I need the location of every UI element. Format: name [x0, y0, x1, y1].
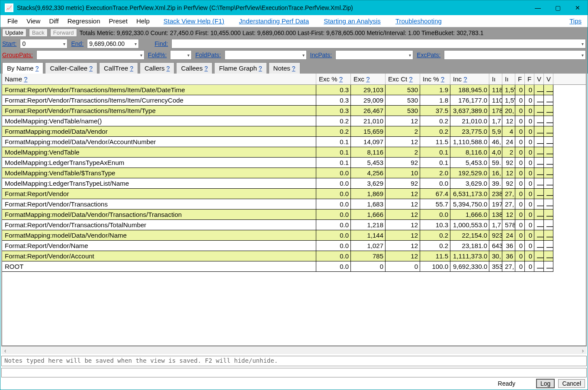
cell-incp: 0.1	[420, 158, 450, 168]
cell-incp: 2.0	[420, 168, 450, 178]
excpats-input[interactable]: ▾	[444, 50, 586, 60]
menu-file[interactable]: File	[3, 16, 22, 26]
link-stack-view-help[interactable]: Stack View Help (F1)	[160, 16, 228, 26]
close-button[interactable]: ✕	[568, 0, 588, 15]
minimize-button[interactable]: —	[528, 0, 548, 15]
menu-diff[interactable]: Diff	[45, 16, 63, 26]
grouppats-label[interactable]: GroupPats:	[2, 52, 33, 58]
cell-name: FormatMapping:model/Data/Vendor/Transact…	[2, 210, 316, 220]
tab-notes[interactable]: Notes?	[269, 62, 300, 74]
start-input[interactable]: 0▾	[20, 39, 67, 48]
cell-inc: 188,945.0	[450, 85, 489, 95]
table-row[interactable]: Format:Report/Vendor/Transactions/Items/…	[2, 85, 586, 95]
grouppats-input[interactable]: ▾	[36, 50, 145, 60]
col-inc[interactable]: Inc ?	[450, 74, 489, 84]
table-row[interactable]: ROOT0.000100.09,692,330.035327,00	[2, 261, 586, 272]
col-extra-2[interactable]: Iı	[502, 74, 515, 84]
col-inc-pct[interactable]: Inc % ?	[420, 74, 450, 84]
find-label[interactable]: Find:	[154, 40, 168, 47]
cell-incp: 10.3	[420, 220, 450, 230]
incpats-label[interactable]: IncPats:	[310, 52, 332, 58]
foldpats-input[interactable]: ▾	[225, 50, 307, 60]
table-row[interactable]: Format:Report/Vendor0.01,8691267.46,531,…	[2, 189, 586, 199]
col-extra-5[interactable]: V	[534, 74, 544, 84]
cell-inc: 192,529.0	[450, 168, 489, 178]
command-textbox[interactable]	[1, 368, 587, 377]
col-name[interactable]: Name ?	[2, 74, 316, 84]
cell-incp: 0.2	[420, 116, 450, 126]
menu-preset[interactable]: Preset	[105, 16, 132, 26]
table-row[interactable]: Format:Report/Vendor/Transactions0.01,68…	[2, 199, 586, 210]
cell-c2: 4	[502, 126, 515, 137]
tab-by-name[interactable]: By Name?	[2, 62, 43, 74]
horizontal-scrollbar[interactable]: ‹ ›	[1, 346, 587, 354]
table-row[interactable]: Format:Report/Vendor/Account0.07851211.5…	[2, 251, 586, 261]
col-extra-4[interactable]: F	[525, 74, 534, 84]
table-row[interactable]: FormatMapping:model/Data/Vendor/AccountN…	[2, 137, 586, 147]
table-row[interactable]: FormatMapping:model/Data/Vendor/Name0.01…	[2, 230, 586, 241]
back-button[interactable]: Back	[29, 29, 48, 37]
table-row[interactable]: Format:Report/Vendor/Transactions/TotalN…	[2, 220, 586, 230]
cell-incp: 55.7	[420, 199, 450, 210]
cell-c4: 0	[525, 95, 534, 106]
link-starting-analysis[interactable]: Starting an Analysis	[320, 16, 384, 26]
cell-c1: 110	[489, 95, 502, 106]
col-exc-pct[interactable]: Exc % ?	[316, 74, 351, 84]
foldpct-label[interactable]: Fold%:	[148, 52, 167, 58]
tab-callees[interactable]: Callees?	[176, 62, 212, 74]
tab-calltree[interactable]: CallTree?	[99, 62, 138, 74]
maximize-button[interactable]: ▢	[548, 0, 568, 15]
chevron-down-icon: ▾	[409, 53, 411, 58]
tab-flame-graph[interactable]: Flame Graph?	[214, 62, 267, 74]
cell-excct: 12	[386, 220, 420, 230]
link-troubleshooting[interactable]: Troubleshooting	[392, 16, 445, 26]
col-extra-6[interactable]: V	[544, 74, 553, 84]
table-row[interactable]: ModelMapping:VendTable/$TransType0.04,25…	[2, 168, 586, 178]
link-understanding-perf-data[interactable]: Jnderstanding Perf Data	[235, 16, 312, 26]
cell-excp: 0.0	[316, 251, 351, 261]
scroll-left-icon[interactable]: ‹	[1, 347, 9, 355]
cell-c2: 1,5'	[502, 95, 515, 106]
col-extra-3[interactable]: F	[515, 74, 525, 84]
menu-help[interactable]: Help	[132, 16, 154, 26]
col-exc[interactable]: Exc ?	[351, 74, 386, 84]
start-label[interactable]: Start:	[2, 40, 16, 47]
end-input[interactable]: 9,689,060.00▾	[87, 39, 139, 48]
table-row[interactable]: ModelMapping:VendTable/name()0.221,01012…	[2, 116, 586, 126]
table-row[interactable]: ModelMapping:LedgerTransTypeAxEnum0.15,4…	[2, 158, 586, 168]
foldpats-label[interactable]: FoldPats:	[195, 52, 221, 58]
table-row[interactable]: FormatMapping:model/Data/Vendor0.215,659…	[2, 126, 586, 137]
foldpct-input[interactable]: ▾	[170, 50, 192, 60]
table-row[interactable]: Format:Report/Vendor/Transactions/Items/…	[2, 106, 586, 116]
notes-textbox[interactable]: Notes typed here will be saved when the …	[1, 356, 587, 366]
cell-c4: 0	[525, 147, 534, 158]
table-row[interactable]: ModelMapping:LedgerTransTypeList/Name0.0…	[2, 178, 586, 189]
log-button[interactable]: Log	[536, 379, 555, 388]
forward-button[interactable]: Forward	[50, 29, 77, 37]
table-row[interactable]: FormatMapping:model/Data/Vendor/Transact…	[2, 210, 586, 220]
menu-regression[interactable]: Regression	[63, 16, 105, 26]
cell-sparkline	[544, 251, 553, 261]
update-button[interactable]: Update	[2, 29, 26, 37]
col-exc-ct[interactable]: Exc Ct ?	[386, 74, 420, 84]
perfview-window: 📈 Stacks(9,692,330 metric) ExecutionTrac…	[0, 0, 588, 390]
end-label[interactable]: End:	[71, 40, 84, 47]
cancel-button[interactable]: Cancel	[558, 379, 585, 388]
cell-excct: 12	[386, 251, 420, 261]
table-row[interactable]: Format:Report/Vendor/Name0.01,027120.223…	[2, 241, 586, 251]
cell-c1: 138	[489, 210, 502, 220]
find-input[interactable]: ▾	[171, 39, 586, 48]
col-extra-1[interactable]: Iı	[489, 74, 502, 84]
grid-body[interactable]: Format:Report/Vendor/Transactions/Items/…	[2, 85, 586, 345]
table-row[interactable]: ModelMapping:VendTable0.18,11620.18,116.…	[2, 147, 586, 158]
incpats-input[interactable]: ▾	[335, 50, 413, 60]
scroll-right-icon[interactable]: ›	[579, 347, 587, 355]
table-row[interactable]: Format:Report/Vendor/Transactions/Items/…	[2, 95, 586, 106]
cell-excct: 12	[386, 116, 420, 126]
tab-callers[interactable]: Callers?	[140, 62, 174, 74]
excpats-label[interactable]: ExcPats:	[417, 52, 440, 58]
cell-excp: 0.0	[316, 220, 351, 230]
menu-view[interactable]: View	[22, 16, 45, 26]
link-tips[interactable]: Tips	[566, 16, 585, 26]
tab-caller-callee[interactable]: Caller-Callee?	[45, 62, 97, 74]
